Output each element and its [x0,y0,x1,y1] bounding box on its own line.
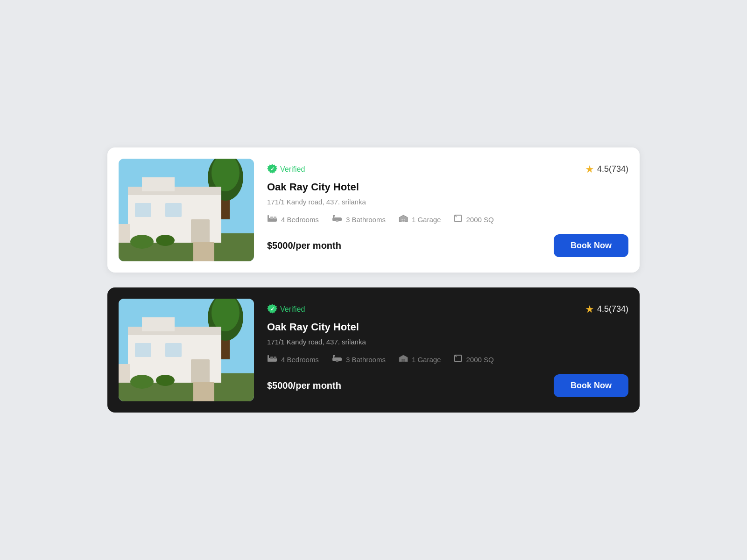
bathrooms-light: 3 Bathrooms [332,215,386,224]
svg-point-40 [130,375,154,389]
svg-point-50 [336,360,338,362]
property-image-light [119,159,254,261]
rating-value-light: 4.5(734) [597,164,628,174]
svg-rect-21 [333,215,335,217]
bedrooms-light: 4 Bedrooms [267,215,319,224]
svg-rect-11 [193,242,214,261]
svg-rect-39 [193,382,214,401]
verified-badge-dark: ✓ Verified [267,304,305,315]
card-content-light: ✓ Verified ★ 4.5(734) Oak Ray City Hotel… [267,163,628,257]
svg-point-12 [130,235,154,249]
svg-rect-7 [135,203,151,217]
verified-text-dark: Verified [280,305,305,314]
garage-icon-dark [399,355,408,364]
svg-rect-16 [268,215,269,222]
svg-rect-18 [274,217,276,219]
card-content-dark: ✓ Verified ★ 4.5(734) Oak Ray City Hotel… [267,303,628,397]
property-card-light: ✓ Verified ★ 4.5(734) Oak Ray City Hotel… [107,147,640,273]
rating-value-dark: 4.5(734) [597,304,628,314]
svg-rect-17 [270,217,273,219]
star-icon-light: ★ [585,163,594,175]
card-footer-light: $5000/per month Book Now [267,234,628,257]
garage-dark: 1 Garage [399,355,441,364]
svg-rect-14 [119,224,130,243]
bath-icon-light [332,215,342,224]
bathrooms-text-light: 3 Bathrooms [346,216,386,224]
card-header-light: ✓ Verified ★ 4.5(734) [267,163,628,175]
svg-rect-10 [142,177,175,191]
rating-dark: ★ 4.5(734) [585,303,628,315]
area-icon-light [454,214,462,225]
verified-icon-light: ✓ [267,164,277,175]
area-icon-dark [454,354,462,365]
bedrooms-text-light: 4 Bedrooms [281,216,319,224]
book-now-button-light[interactable]: Book Now [554,234,628,257]
area-text-light: 2000 SQ [466,216,493,224]
svg-rect-45 [270,357,273,359]
bed-icon-light [267,215,277,224]
bed-icon-dark [267,355,277,364]
verified-badge-light: ✓ Verified [267,164,305,175]
bedrooms-dark: 4 Bedrooms [267,355,319,364]
hotel-address-light: 171/1 Kandy road, 437. srilanka [267,198,628,206]
card-container-light: ✓ Verified ★ 4.5(734) Oak Ray City Hotel… [107,147,640,273]
bathrooms-dark: 3 Bathrooms [332,355,386,364]
star-icon-dark: ★ [585,303,594,315]
bedrooms-text-dark: 4 Bedrooms [281,356,319,364]
card-container-dark: ✓ Verified ★ 4.5(734) Oak Ray City Hotel… [107,287,640,413]
verified-icon-dark: ✓ [267,304,277,315]
amenities-light: 4 Bedrooms 3 Bathrooms [267,214,628,225]
property-card-dark: ✓ Verified ★ 4.5(734) Oak Ray City Hotel… [107,287,640,413]
price-dark: $5000/per month [267,380,341,391]
garage-text-dark: 1 Garage [412,356,441,364]
svg-rect-35 [135,343,151,357]
svg-rect-49 [333,355,335,357]
hotel-name-dark: Oak Ray City Hotel [267,321,628,333]
price-light: $5000/per month [267,240,341,251]
svg-rect-46 [274,357,276,359]
book-now-button-dark[interactable]: Book Now [554,374,628,397]
svg-rect-38 [142,317,175,331]
svg-rect-36 [165,343,182,357]
area-text-dark: 2000 SQ [466,356,493,364]
svg-rect-37 [191,359,210,383]
svg-rect-42 [119,364,130,383]
area-light: 2000 SQ [454,214,493,225]
rating-light: ★ 4.5(734) [585,163,628,175]
garage-text-light: 1 Garage [412,216,441,224]
bath-icon-dark [332,355,342,364]
property-image-dark [119,299,254,401]
svg-rect-44 [268,355,269,362]
svg-rect-8 [165,203,182,217]
hotel-address-dark: 171/1 Kandy road, 437. srilanka [267,338,628,346]
svg-point-41 [156,375,175,386]
card-footer-dark: $5000/per month Book Now [267,374,628,397]
amenities-dark: 4 Bedrooms 3 Bathrooms [267,354,628,365]
hotel-name-light: Oak Ray City Hotel [267,181,628,193]
bathrooms-text-dark: 3 Bathrooms [346,356,386,364]
card-header-dark: ✓ Verified ★ 4.5(734) [267,303,628,315]
svg-point-13 [156,235,175,246]
garage-light: 1 Garage [399,215,441,224]
garage-icon-light [399,215,408,224]
svg-rect-9 [191,219,210,243]
verified-text-light: Verified [280,165,305,174]
area-dark: 2000 SQ [454,354,493,365]
svg-point-22 [336,220,338,222]
